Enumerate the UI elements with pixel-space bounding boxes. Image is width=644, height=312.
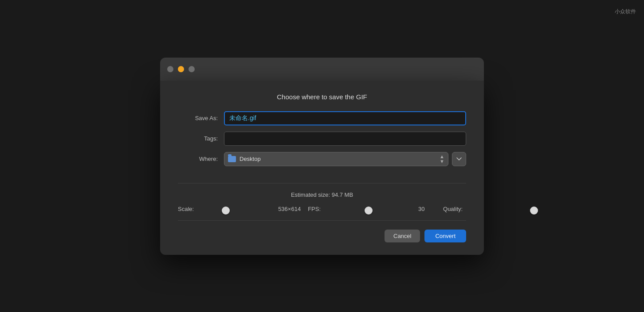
tags-input[interactable] [224,132,466,146]
minimize-traffic-light[interactable] [178,66,184,72]
scale-slider[interactable] [198,210,274,211]
where-dropdown[interactable]: Desktop ▲ ▼ [224,152,448,166]
quality-label: Quality: [443,206,463,212]
where-label: Where: [178,156,218,162]
quality-slider-group: Quality: [443,205,538,213]
scale-label: Scale: [178,206,194,212]
fps-slider-container [325,205,414,213]
where-select-wrapper: Desktop ▲ ▼ [224,152,466,166]
where-row: Where: Desktop ▲ ▼ [178,152,466,166]
chevron-down-icon [456,157,462,161]
sliders-row: Scale: 536×614 FPS: 30 Quality: [178,205,466,213]
quality-slider-container [467,205,538,213]
spinner-arrows-icon: ▲ ▼ [440,154,444,164]
buttons-row: Cancel Convert [178,229,466,242]
sliders-section: Scale: 536×614 FPS: 30 Quality: [178,205,466,221]
convert-button[interactable]: Convert [424,230,466,242]
close-traffic-light[interactable] [167,66,173,72]
expand-button[interactable] [452,152,466,166]
tags-label: Tags: [178,135,218,142]
save-as-label: Save As: [178,115,218,121]
quality-slider[interactable] [467,210,538,211]
dialog-title: Choose where to save the GIF [178,93,466,101]
scale-slider-group: Scale: 536×614 [178,205,301,213]
fps-slider-group: FPS: 30 [308,205,436,213]
save-as-row: Save As: [178,111,466,125]
fps-label: FPS: [308,206,321,212]
title-bar [160,58,484,81]
scale-slider-container [198,205,274,213]
dialog-body: Choose where to save the GIF Save As: Ta… [160,81,484,255]
estimated-size-label: Estimated size: 94.7 MB [178,191,466,198]
fps-value: 30 [418,206,436,212]
tags-row: Tags: [178,132,466,146]
fps-slider[interactable] [325,210,414,211]
cancel-button[interactable]: Cancel [385,230,420,242]
form-section: Save As: Tags: Where: Desktop ▲ ▼ [178,111,466,183]
scale-value: 536×614 [278,206,301,212]
save-as-input[interactable] [224,111,466,125]
maximize-traffic-light[interactable] [188,66,195,72]
dialog-window: Choose where to save the GIF Save As: Ta… [160,58,484,255]
watermark: 小众软件 [615,8,636,16]
folder-icon [228,156,236,162]
where-dropdown-text: Desktop [240,156,434,162]
